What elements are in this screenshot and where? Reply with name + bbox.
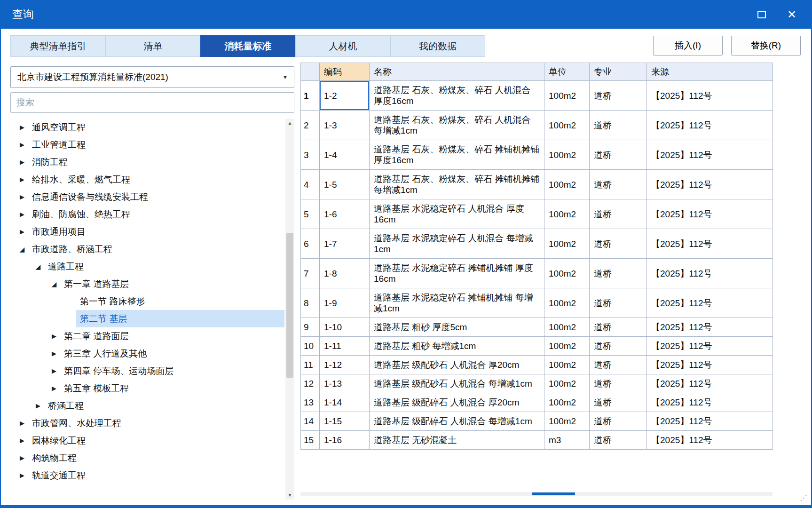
expand-icon[interactable]: ▶ <box>48 333 60 340</box>
tree-item[interactable]: ▶第二章 道路面层 <box>10 327 284 345</box>
tree-item-body[interactable]: 桥涵工程 <box>44 397 284 414</box>
name-cell[interactable]: 道路基层 石灰、粉煤灰、碎石 摊铺机摊铺 厚度16cm <box>370 140 544 170</box>
table-row[interactable]: 81-9道路基层 水泥稳定碎石 摊铺机摊铺 每增减1cm100m2道桥【2025… <box>301 288 773 318</box>
tree-item[interactable]: ▶第三章 人行道及其他 <box>10 345 284 362</box>
search-input[interactable] <box>10 92 294 113</box>
tree-item[interactable]: ▶给排水、采暖、燃气工程 <box>10 171 284 188</box>
name-cell[interactable]: 道路基层 级配碎石 人机混合 每增减1cm <box>370 412 544 431</box>
name-cell[interactable]: 道路基层 水泥稳定碎石 人机混合 厚度16cm <box>370 199 544 229</box>
tab-labor-material-machine[interactable]: 人材机 <box>295 35 390 57</box>
source-cell[interactable]: 【2025】112号 <box>647 199 773 229</box>
expand-icon[interactable]: ▶ <box>16 176 28 183</box>
major-header[interactable]: 专业 <box>590 63 647 81</box>
scroll-down-icon[interactable]: ▼ <box>285 491 294 500</box>
expand-icon[interactable]: ▶ <box>16 472 28 479</box>
source-cell[interactable]: 【2025】112号 <box>647 259 773 288</box>
tree-item-body[interactable]: 构筑物工程 <box>28 449 284 467</box>
tree-scrollbar[interactable]: ▲ ▼ <box>285 119 294 500</box>
code-cell[interactable]: 1-11 <box>320 337 370 356</box>
table-row[interactable]: 151-16道路基层 无砂混凝土m3道桥【2025】112号 <box>301 431 773 450</box>
tree-item[interactable]: ◢道路工程 <box>10 258 284 275</box>
tree-scrollbar-thumb[interactable] <box>286 233 293 378</box>
unit-cell[interactable]: 100m2 <box>544 140 590 170</box>
tree-item-body[interactable]: 消防工程 <box>28 153 284 171</box>
tree-item-body[interactable]: 第四章 停车场、运动场面层 <box>60 362 284 380</box>
source-cell[interactable]: 【2025】112号 <box>647 111 773 140</box>
unit-cell[interactable]: 100m2 <box>544 199 590 229</box>
table-h-scrollbar-thumb[interactable] <box>532 492 575 495</box>
major-cell[interactable]: 道桥 <box>590 356 647 374</box>
tree-item[interactable]: ▶轨道交通工程 <box>10 467 284 484</box>
tree-item-body[interactable]: 第三章 人行道及其他 <box>60 345 284 362</box>
code-cell[interactable]: 1-12 <box>320 356 370 374</box>
collapse-icon[interactable]: ◢ <box>16 246 28 253</box>
expand-icon[interactable]: ▶ <box>16 141 28 148</box>
name-cell[interactable]: 道路基层 级配砂石 人机混合 厚20cm <box>370 356 544 374</box>
expand-icon[interactable]: ▶ <box>16 454 28 461</box>
source-cell[interactable]: 【2025】112号 <box>647 170 773 199</box>
tree-item[interactable]: ◢市政道路、桥涵工程 <box>10 240 284 258</box>
tree-item-body[interactable]: 第二章 道路面层 <box>60 327 284 345</box>
tree-item[interactable]: ▶园林绿化工程 <box>10 432 284 449</box>
table-row[interactable]: 141-15道路基层 级配碎石 人机混合 每增减1cm100m2道桥【2025】… <box>301 412 773 431</box>
unit-cell[interactable]: 100m2 <box>544 288 590 318</box>
table-row[interactable]: 71-8道路基层 水泥稳定碎石 摊铺机摊铺 厚度16cm100m2道桥【2025… <box>301 259 773 288</box>
tree-item[interactable]: ▶通风空调工程 <box>10 119 284 136</box>
name-cell[interactable]: 道路基层 水泥稳定碎石 摊铺机摊铺 每增减1cm <box>370 288 544 318</box>
unit-cell[interactable]: m3 <box>544 431 590 450</box>
expand-icon[interactable]: ▶ <box>32 402 44 409</box>
tree-item[interactable]: ▶市政管网、水处理工程 <box>10 414 284 432</box>
row-number-cell[interactable]: 14 <box>301 412 320 431</box>
tree-item-body[interactable]: 信息通信设备与线缆安装工程 <box>28 188 284 206</box>
name-cell[interactable]: 道路基层 级配碎石 人机混合 厚20cm <box>370 393 544 412</box>
major-cell[interactable]: 道桥 <box>590 393 647 412</box>
major-cell[interactable]: 道桥 <box>590 259 647 288</box>
tree-item[interactable]: ▶桥涵工程 <box>10 397 284 414</box>
tree-item-body[interactable]: 市政通用项目 <box>28 223 284 240</box>
tree-item-body[interactable]: 通风空调工程 <box>28 119 284 136</box>
table-row[interactable]: 51-6道路基层 水泥稳定碎石 人机混合 厚度16cm100m2道桥【2025】… <box>301 199 773 229</box>
major-cell[interactable]: 道桥 <box>590 412 647 431</box>
code-cell[interactable]: 1-7 <box>320 229 370 259</box>
major-cell[interactable]: 道桥 <box>590 288 647 318</box>
tree-item-body[interactable]: 第二节 基层 <box>76 310 284 327</box>
major-cell[interactable]: 道桥 <box>590 140 647 170</box>
maximize-button[interactable] <box>754 7 770 23</box>
code-cell[interactable]: 1-9 <box>320 288 370 318</box>
code-cell[interactable]: 1-6 <box>320 199 370 229</box>
tree-item[interactable]: ▶消防工程 <box>10 153 284 171</box>
code-header[interactable]: 编码 <box>320 63 370 81</box>
standard-select[interactable]: 北京市建设工程预算消耗量标准(2021) ▼ <box>10 66 294 88</box>
tree-item-body[interactable]: 市政管网、水处理工程 <box>28 414 284 432</box>
major-cell[interactable]: 道桥 <box>590 170 647 199</box>
major-cell[interactable]: 道桥 <box>590 111 647 140</box>
unit-cell[interactable]: 100m2 <box>544 318 590 337</box>
table-row[interactable]: 91-10道路基层 粗砂 厚度5cm100m2道桥【2025】112号 <box>301 318 773 337</box>
expand-icon[interactable]: ▶ <box>16 193 28 200</box>
name-cell[interactable]: 道路基层 水泥稳定碎石 摊铺机摊铺 厚度16cm <box>370 259 544 288</box>
source-cell[interactable]: 【2025】112号 <box>647 393 773 412</box>
row-number-cell[interactable]: 5 <box>301 199 320 229</box>
source-cell[interactable]: 【2025】112号 <box>647 337 773 356</box>
tree-item[interactable]: ▶第五章 模板工程 <box>10 380 284 397</box>
tree-item[interactable]: ▶市政通用项目 <box>10 223 284 240</box>
tree-item-body[interactable]: 第一章 道路基层 <box>60 275 284 293</box>
source-cell[interactable]: 【2025】112号 <box>647 81 773 111</box>
close-button[interactable]: ✕ <box>784 7 800 23</box>
replace-button[interactable]: 替换(R) <box>731 36 801 56</box>
row-number-cell[interactable]: 15 <box>301 431 320 450</box>
table-row[interactable]: 61-7道路基层 水泥稳定碎石 人机混合 每增减1cm100m2道桥【2025】… <box>301 229 773 259</box>
name-cell[interactable]: 道路基层 无砂混凝土 <box>370 431 544 450</box>
tab-list[interactable]: 清单 <box>105 35 200 57</box>
row-number-cell[interactable]: 8 <box>301 288 320 318</box>
expand-icon[interactable]: ▶ <box>16 159 28 166</box>
table-row[interactable]: 21-3道路基层 石灰、粉煤灰、碎石 人机混合 每增减1cm100m2道桥【20… <box>301 111 773 140</box>
row-number-cell[interactable]: 6 <box>301 229 320 259</box>
tree-item-body[interactable]: 道路工程 <box>44 258 284 275</box>
name-cell[interactable]: 道路基层 石灰、粉煤灰、碎石 摊铺机摊铺 每增减1cm <box>370 170 544 199</box>
unit-cell[interactable]: 100m2 <box>544 412 590 431</box>
expand-icon[interactable]: ▶ <box>16 437 28 444</box>
table-row[interactable]: 111-12道路基层 级配砂石 人机混合 厚20cm100m2道桥【2025】1… <box>301 356 773 374</box>
row-number-cell[interactable]: 3 <box>301 140 320 170</box>
code-cell[interactable]: 1-5 <box>320 170 370 199</box>
